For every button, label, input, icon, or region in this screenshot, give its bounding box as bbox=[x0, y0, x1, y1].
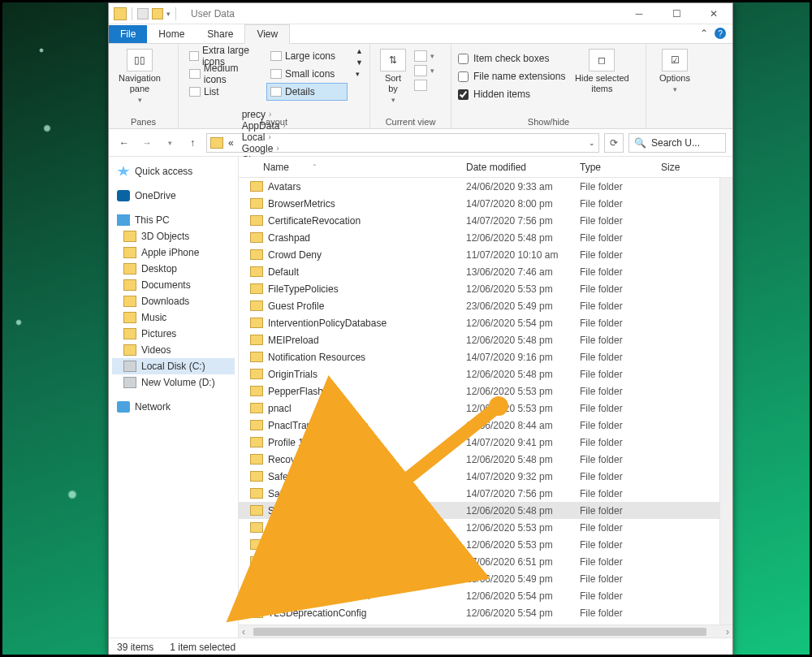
quick-access-toolbar: ▾ bbox=[109, 7, 183, 20]
breadcrumb-overflow[interactable]: « bbox=[225, 137, 237, 149]
tab-home[interactable]: Home bbox=[147, 25, 196, 43]
group-by-button[interactable]: ▾ bbox=[414, 50, 434, 62]
navigation-pane[interactable]: Quick access OneDrive This PC 3D Objects… bbox=[109, 157, 239, 638]
chevron-down-icon[interactable]: ▼ bbox=[356, 58, 363, 67]
navigation-pane-button[interactable]: ▯▯ Navigation pane ▾ bbox=[115, 47, 164, 104]
separator bbox=[175, 7, 176, 20]
nav-this-pc[interactable]: This PC bbox=[112, 212, 235, 228]
column-headers[interactable]: Name⌃ Date modified Type Size bbox=[239, 157, 732, 178]
properties-icon[interactable] bbox=[137, 8, 149, 19]
file-row[interactable]: Subresource Filter12/06/2020 5:53 pmFile… bbox=[239, 536, 719, 553]
file-row[interactable]: SafetyTips14/07/2020 7:56 pmFile folder bbox=[239, 485, 719, 502]
layout-medium[interactable]: Medium icons bbox=[185, 65, 266, 83]
size-columns-button[interactable] bbox=[414, 80, 434, 91]
breadcrumb-segment[interactable]: Google› bbox=[239, 143, 295, 154]
folder-icon bbox=[250, 556, 263, 567]
file-row[interactable]: PepperFlash12/06/2020 5:53 pmFile folder bbox=[239, 383, 719, 400]
nav-quick-access[interactable]: Quick access bbox=[112, 163, 235, 179]
help-icon[interactable]: ? bbox=[715, 28, 726, 39]
qat-dropdown-icon[interactable]: ▾ bbox=[166, 10, 171, 18]
nav-item[interactable]: New Volume (D:) bbox=[112, 374, 235, 391]
chevron-down-icon[interactable]: ⌄ bbox=[589, 139, 595, 147]
file-row[interactable]: Crowd Deny11/07/2020 10:10 amFile folder bbox=[239, 246, 719, 263]
tab-view[interactable]: View bbox=[244, 24, 290, 44]
forward-button[interactable]: → bbox=[138, 134, 156, 152]
breadcrumb-segment[interactable]: precy› bbox=[239, 109, 295, 120]
search-input[interactable]: 🔍 Search U... bbox=[628, 133, 726, 153]
file-row[interactable]: Profile 114/07/2020 9:41 pmFile folder bbox=[239, 434, 719, 451]
file-row[interactable]: CertificateRevocation14/07/2020 7:56 pmF… bbox=[239, 212, 719, 229]
nav-item[interactable]: Documents bbox=[112, 277, 235, 293]
file-row[interactable]: MEIPreload12/06/2020 5:48 pmFile folder bbox=[239, 331, 719, 348]
col-type[interactable]: Type bbox=[580, 162, 661, 173]
file-row[interactable]: OriginTrials12/06/2020 5:48 pmFile folde… bbox=[239, 365, 719, 383]
breadcrumb-segment[interactable]: AppData› bbox=[239, 120, 295, 132]
search-icon: 🔍 bbox=[634, 137, 646, 149]
nav-item[interactable]: Downloads bbox=[112, 293, 235, 309]
nav-onedrive[interactable]: OneDrive bbox=[112, 188, 235, 204]
maximize-button[interactable]: ☐ bbox=[658, 3, 695, 24]
breadcrumb-bar[interactable]: « precy›AppData›Local›Google›Chrome›User… bbox=[206, 133, 599, 153]
file-row[interactable]: TLSDeprecationConfig12/06/2020 5:54 pmFi… bbox=[239, 604, 719, 621]
layout-scroll[interactable]: ▲ ▼ ▾ bbox=[352, 47, 363, 78]
layout-small[interactable]: Small icons bbox=[266, 65, 348, 83]
minimize-button[interactable]: ─ bbox=[620, 3, 658, 24]
file-row[interactable]: ShaderCache12/06/2020 5:48 pmFile folder bbox=[239, 502, 719, 519]
nav-item[interactable]: 3D Objects bbox=[112, 228, 235, 244]
chevron-up-icon[interactable]: ▲ bbox=[356, 47, 363, 55]
collapse-ribbon-icon[interactable]: ⌃ bbox=[700, 28, 708, 39]
nav-item[interactable]: Videos bbox=[112, 342, 235, 358]
horizontal-scrollbar[interactable]: ‹› bbox=[239, 625, 732, 638]
back-button[interactable]: ← bbox=[115, 134, 133, 152]
file-row[interactable]: Avatars24/06/2020 9:33 amFile folder bbox=[239, 178, 719, 195]
layout-list[interactable]: List bbox=[185, 83, 266, 101]
nav-item[interactable]: Music bbox=[112, 309, 235, 326]
col-name[interactable]: Name⌃ bbox=[239, 162, 466, 173]
hide-selected-button[interactable]: ◻ Hide selected items bbox=[573, 47, 630, 94]
layout-gallery[interactable]: Extra large icons Large icons Medium ico… bbox=[185, 47, 348, 101]
file-row[interactable]: Notification Resources14/07/2020 9:16 pm… bbox=[239, 348, 719, 365]
file-row[interactable]: PnaclTranslationCache17/06/2020 8:44 amF… bbox=[239, 417, 719, 434]
col-size[interactable]: Size bbox=[661, 162, 702, 173]
check-item-checkboxes[interactable]: Item check boxes bbox=[458, 50, 565, 67]
refresh-button[interactable]: ⟳ bbox=[604, 133, 624, 153]
breadcrumb-segment[interactable]: Local› bbox=[239, 132, 295, 143]
tab-file[interactable]: File bbox=[109, 25, 147, 43]
sort-by-button[interactable]: ⇅ Sort by ▾ bbox=[377, 47, 409, 104]
recent-locations-button[interactable]: ▾ bbox=[161, 134, 179, 152]
file-row[interactable]: ThirdPartyModuleList6412/06/2020 5:54 pm… bbox=[239, 587, 719, 604]
file-row[interactable]: pnacl12/06/2020 5:53 pmFile folder bbox=[239, 400, 719, 417]
nav-item[interactable]: Local Disk (C:) bbox=[112, 358, 235, 374]
tab-share[interactable]: Share bbox=[196, 25, 244, 43]
check-file-extensions[interactable]: File name extensions bbox=[458, 68, 565, 84]
file-row[interactable]: System Profile23/06/2020 5:49 pmFile fol… bbox=[239, 570, 719, 587]
nav-item[interactable]: Apple iPhone bbox=[112, 244, 235, 261]
file-row[interactable]: InterventionPolicyDatabase12/06/2020 5:5… bbox=[239, 314, 719, 331]
dropdown-icon[interactable]: ▾ bbox=[356, 70, 363, 78]
add-columns-button[interactable]: ▾ bbox=[414, 65, 434, 76]
nav-item[interactable]: Desktop bbox=[112, 261, 235, 277]
file-row[interactable]: RecoveryImproved12/06/2020 5:48 pmFile f… bbox=[239, 451, 719, 468]
vertical-scrollbar[interactable] bbox=[719, 178, 732, 625]
up-button[interactable]: ↑ bbox=[184, 134, 201, 152]
file-row[interactable]: Guest Profile23/06/2020 5:49 pmFile fold… bbox=[239, 297, 719, 314]
titlebar[interactable]: ▾ User Data ─ ☐ ✕ bbox=[109, 3, 732, 24]
file-list[interactable]: Avatars24/06/2020 9:33 amFile folderBrow… bbox=[239, 178, 719, 625]
ribbon-tabs: File Home Share View ⌃ ? bbox=[109, 24, 732, 44]
layout-details[interactable]: Details bbox=[266, 83, 348, 101]
nav-item[interactable]: Pictures bbox=[112, 326, 235, 342]
file-row[interactable]: Safe Browsing14/07/2020 9:32 pmFile fold… bbox=[239, 468, 719, 485]
close-button[interactable]: ✕ bbox=[695, 3, 732, 24]
col-date[interactable]: Date modified bbox=[466, 162, 580, 173]
file-row[interactable]: Crashpad12/06/2020 5:48 pmFile folder bbox=[239, 229, 719, 246]
layout-large[interactable]: Large icons bbox=[266, 47, 348, 65]
check-hidden-items[interactable]: Hidden items bbox=[458, 86, 565, 102]
file-row[interactable]: SSLErrorAssistant12/06/2020 5:53 pmFile … bbox=[239, 519, 719, 536]
file-row[interactable]: BrowserMetrics14/07/2020 8:00 pmFile fol… bbox=[239, 195, 719, 212]
options-button[interactable]: ☑ Options ▾ bbox=[653, 47, 697, 93]
new-folder-icon[interactable] bbox=[152, 8, 163, 19]
file-row[interactable]: SwReporter27/06/2020 6:51 pmFile folder bbox=[239, 553, 719, 570]
nav-network[interactable]: Network bbox=[112, 399, 235, 415]
file-row[interactable]: Default13/06/2020 7:46 amFile folder bbox=[239, 263, 719, 280]
file-row[interactable]: FileTypePolicies12/06/2020 5:53 pmFile f… bbox=[239, 280, 719, 297]
